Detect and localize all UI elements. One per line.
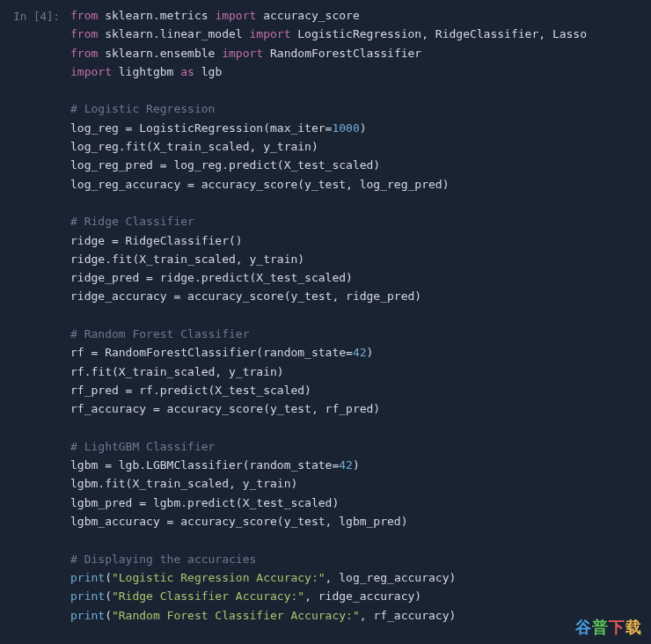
watermark: 谷普下载 bbox=[575, 618, 642, 637]
code-editor[interactable]: from sklearn.metrics import accuracy_sco… bbox=[70, 4, 651, 625]
code-line: ridge = RidgeClassifier() bbox=[70, 234, 243, 247]
code-line: log_reg_accuracy = accuracy_score(y_test… bbox=[70, 178, 449, 191]
code-line: rf.fit(X_train_scaled, y_train) bbox=[70, 365, 284, 378]
code-line: # LightGBM Classifier bbox=[70, 440, 215, 453]
code-line: # Ridge Classifier bbox=[70, 215, 194, 228]
code-line: log_reg = LogisticRegression(max_iter=10… bbox=[70, 121, 367, 135]
code-line: rf = RandomForestClassifier(random_state… bbox=[70, 346, 373, 359]
code-line: # Logistic Regression bbox=[70, 102, 215, 115]
code-line: ridge_pred = ridge.predict(X_test_scaled… bbox=[70, 271, 353, 284]
code-cell: In [4]: from sklearn.metrics import accu… bbox=[0, 0, 651, 625]
code-line: ridge_accuracy = accuracy_score(y_test, … bbox=[70, 289, 421, 303]
code-line: import lightgbm as lgb bbox=[70, 65, 222, 78]
code-line: # Random Forest Classifier bbox=[70, 327, 250, 340]
code-line: rf_accuracy = accuracy_score(y_test, rf_… bbox=[70, 402, 380, 415]
code-line: from sklearn.ensemble import RandomFores… bbox=[70, 47, 421, 60]
code-line: log_reg_pred = log_reg.predict(X_test_sc… bbox=[70, 158, 380, 172]
input-prompt: In [4]: bbox=[0, 4, 70, 625]
code-line: lgbm_accuracy = accuracy_score(y_test, l… bbox=[70, 515, 408, 528]
code-line: print("Ridge Classifier Accuracy:", ridg… bbox=[70, 589, 421, 603]
code-line: log_reg.fit(X_train_scaled, y_train) bbox=[70, 140, 318, 153]
code-line: rf_pred = rf.predict(X_test_scaled) bbox=[70, 384, 311, 397]
code-line: lgbm = lgb.LGBMClassifier(random_state=4… bbox=[70, 458, 360, 472]
code-line: ridge.fit(X_train_scaled, y_train) bbox=[70, 252, 304, 266]
code-line: print("Logistic Regression Accuracy:", l… bbox=[70, 571, 456, 584]
code-line: lgbm.fit(X_train_scaled, y_train) bbox=[70, 477, 297, 490]
code-line: from sklearn.metrics import accuracy_sco… bbox=[70, 9, 360, 22]
code-line: # Displaying the accuracies bbox=[70, 553, 256, 566]
code-line: print("Random Forest Classifier Accuracy… bbox=[70, 609, 456, 622]
code-line: from sklearn.linear_model import Logisti… bbox=[70, 27, 587, 40]
code-line: lgbm_pred = lgbm.predict(X_test_scaled) bbox=[70, 496, 339, 509]
